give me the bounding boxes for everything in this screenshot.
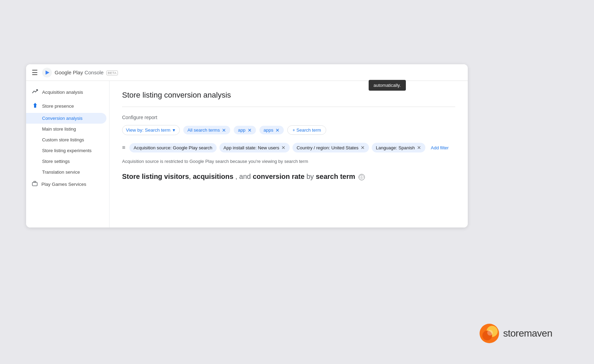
headline-comma1: , <box>189 173 191 180</box>
add-filter-button[interactable]: Add filter <box>428 144 451 152</box>
svg-marker-2 <box>33 103 37 108</box>
chip-label-apps: apps <box>264 127 273 133</box>
filter-tag-label-country-region: Country / region: United States <box>297 145 359 150</box>
sidebar-item-store-listing-experiments[interactable]: Store listing experiments <box>26 145 106 156</box>
auto-tooltip: automatically. <box>369 80 406 91</box>
page-title: Store listing conversion analysis <box>122 91 455 100</box>
sidebar-label-conversion-analysis: Conversion analysis <box>42 116 82 121</box>
store-presence-icon <box>32 102 39 110</box>
filter-tag-label-acquisition-source: Acquisition source: Google Play search <box>134 145 212 150</box>
sidebar-label-acquisition-analysis: Acquisition analysis <box>42 90 83 95</box>
headline-visitors: Store listing visitors <box>122 173 189 180</box>
headline-conversion-rate: conversion rate <box>253 173 305 180</box>
headline-acquisitions: acquisitions <box>193 173 233 180</box>
chip-all-search-terms: All search terms ✕ <box>183 126 230 134</box>
card-body: Acquisition analysis Store presence Conv… <box>26 81 468 228</box>
sidebar-item-play-games-services[interactable]: Play Games Services <box>26 177 106 191</box>
headline-search-term: search term <box>316 173 355 180</box>
filter-tag-language: Language: Spanish ✕ <box>372 143 425 152</box>
filter-tag-label-app-install-state: App install state: New users <box>224 145 279 150</box>
sidebar-label-play-games-services: Play Games Services <box>41 182 86 187</box>
sidebar-item-translation-service[interactable]: Translation service <box>26 167 106 177</box>
info-circle-icon[interactable]: ⓘ <box>359 174 365 180</box>
storemaven-name-label: storemaven <box>503 328 552 339</box>
headline-row: Store listing visitors, acquisitions , a… <box>122 172 455 181</box>
svg-rect-3 <box>32 182 37 186</box>
view-by-label: View by: Search term <box>126 127 170 133</box>
filter-row-viewby: View by: Search term ▼ All search terms … <box>122 125 455 135</box>
acquisition-analysis-icon <box>32 88 39 96</box>
header-app-name: Google Play Console BETA <box>55 69 118 75</box>
svg-point-8 <box>487 330 493 336</box>
filter-icon: ≡ <box>122 144 125 151</box>
sidebar-label-store-presence: Store presence <box>42 104 74 109</box>
sidebar-label-main-store-listing: Main store listing <box>42 126 76 132</box>
info-text: Acquisition source is restricted to Goog… <box>122 159 455 164</box>
chip-remove-all-search-terms[interactable]: ✕ <box>222 128 226 133</box>
play-games-icon <box>32 181 38 188</box>
logo-area: Google Play Console BETA <box>42 68 118 77</box>
configure-report-label: Configure report <box>122 115 455 120</box>
sidebar-item-main-store-listing[interactable]: Main store listing <box>26 124 106 134</box>
chip-label-app: app <box>238 127 246 133</box>
chip-label-all-search-terms: All search terms <box>187 127 220 133</box>
filter-tag-country-region: Country / region: United States ✕ <box>292 143 369 152</box>
sidebar-item-acquisition-analysis[interactable]: Acquisition analysis <box>26 85 106 99</box>
filter-tag-remove-country-region[interactable]: ✕ <box>361 145 365 150</box>
sidebar-item-conversion-analysis[interactable]: Conversion analysis <box>26 113 106 124</box>
divider <box>122 107 455 107</box>
view-by-dropdown[interactable]: View by: Search term ▼ <box>122 125 180 135</box>
filter-tag-remove-language[interactable]: ✕ <box>417 145 421 150</box>
add-chip-label: + Search term <box>292 127 321 133</box>
hamburger-icon[interactable]: ☰ <box>32 68 38 77</box>
add-search-term-button[interactable]: + Search term <box>287 125 326 135</box>
sidebar-item-store-settings[interactable]: Store settings <box>26 156 106 167</box>
chip-apps: apps ✕ <box>259 126 284 134</box>
sidebar-label-translation-service: Translation service <box>42 169 80 175</box>
sidebar-item-store-presence[interactable]: Store presence <box>26 99 106 113</box>
chip-remove-apps[interactable]: ✕ <box>275 128 280 133</box>
sidebar-label-custom-store-listings: Custom store listings <box>42 137 84 142</box>
main-content: Store listing conversion analysis Config… <box>110 81 468 228</box>
chevron-down-icon: ▼ <box>172 128 176 133</box>
headline-and: , and <box>235 173 251 180</box>
sidebar-item-custom-store-listings[interactable]: Custom store listings <box>26 134 106 145</box>
filter-tag-acquisition-source: Acquisition source: Google Play search <box>129 143 216 152</box>
svg-rect-4 <box>34 181 36 182</box>
storemaven-brand: storemaven <box>480 324 552 343</box>
card-header: ☰ Google Play Console BETA <box>26 64 468 81</box>
tooltip-text: automatically. <box>374 83 401 88</box>
sidebar-label-store-settings: Store settings <box>42 159 70 164</box>
filter-tag-remove-app-install-state[interactable]: ✕ <box>281 145 286 150</box>
filter-bar-row2: ≡ Acquisition source: Google Play search… <box>122 143 455 152</box>
filter-tag-label-language: Language: Spanish <box>376 145 415 150</box>
sidebar-label-store-listing-experiments: Store listing experiments <box>42 148 91 153</box>
sidebar: Acquisition analysis Store presence Conv… <box>26 81 110 228</box>
beta-badge: BETA <box>106 71 118 75</box>
storemaven-logo-icon <box>480 324 499 343</box>
add-filter-label: Add filter <box>431 145 449 150</box>
headline-by: by <box>306 173 316 180</box>
chip-app: app ✕ <box>234 126 256 134</box>
chip-remove-app[interactable]: ✕ <box>248 128 252 133</box>
filter-tag-app-install-state: App install state: New users ✕ <box>219 143 290 152</box>
play-console-logo-icon <box>42 68 52 77</box>
